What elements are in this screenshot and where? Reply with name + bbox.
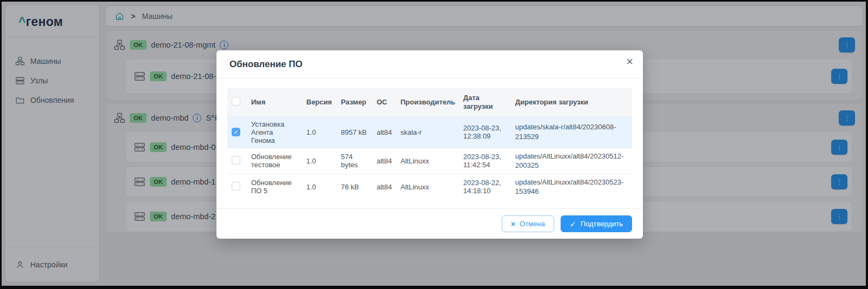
cell-vendor: AltLinuxx	[396, 174, 459, 200]
app-window: ^геном Машины Узлы Обновления	[0, 0, 868, 289]
cell-upload-dir: updates/AltLinuxx/alt84/20230523-153946	[511, 174, 632, 200]
software-update-modal: Обновление ПО × Имя Версия Размер	[216, 50, 643, 239]
col-header-upload-dir: Директория загрузки	[511, 88, 632, 116]
table-header-row: Имя Версия Размер ОС Производитель Дата …	[227, 88, 632, 116]
cell-os: alt84	[372, 148, 396, 174]
cancel-button[interactable]: × Отмена	[502, 215, 554, 232]
cell-os: alt84	[372, 116, 396, 148]
modal-header: Обновление ПО ×	[216, 50, 643, 78]
cell-name: Установка Агента Генома	[247, 116, 302, 148]
cancel-button-label: Отмена	[520, 220, 545, 228]
cell-size: 574 bytes	[337, 148, 372, 174]
modal-title: Обновление ПО	[229, 59, 303, 70]
close-icon[interactable]: ×	[626, 56, 633, 68]
cell-version: 1.0	[302, 116, 337, 148]
cell-upload-dir: updates/skala-r/alt84/20230608-213529	[511, 116, 632, 148]
updates-table: Имя Версия Размер ОС Производитель Дата …	[227, 88, 632, 200]
col-header-vendor: Производитель	[396, 88, 459, 116]
cell-os: alt84	[372, 174, 396, 200]
modal-body: Имя Версия Размер ОС Производитель Дата …	[216, 78, 643, 208]
table-row[interactable]: Обновление ПО 5 1.0 76 kB alt84 AltLinux…	[227, 174, 632, 200]
col-header-version: Версия	[302, 88, 337, 116]
cell-upload-date: 2023-08-23, 11:42:54	[459, 148, 511, 174]
check-icon: ✓	[570, 220, 576, 228]
cell-version: 1.0	[302, 148, 337, 174]
cell-size: 8957 kB	[337, 116, 372, 148]
cell-version: 1.0	[302, 174, 337, 200]
screen: ^геном Машины Узлы Обновления	[2, 2, 866, 286]
col-header-size: Размер	[337, 88, 372, 116]
table-row[interactable]: ✓ Установка Агента Генома 1.0 8957 kB al…	[227, 116, 632, 148]
cell-size: 76 kB	[337, 174, 372, 200]
cell-name: Обновление ПО 5	[247, 174, 302, 200]
confirm-button[interactable]: ✓ Подтвердить	[561, 215, 632, 232]
col-header-upload-date: Дата загрузки	[459, 88, 511, 116]
cross-icon: ×	[511, 220, 515, 228]
modal-footer: × Отмена ✓ Подтвердить	[216, 208, 643, 239]
cell-vendor: AltLinuxx	[396, 148, 459, 174]
cell-name: Обновление тестовое	[247, 148, 302, 174]
row-checkbox[interactable]	[232, 156, 240, 165]
row-checkbox[interactable]	[232, 182, 240, 191]
col-header-name: Имя	[247, 88, 302, 116]
cell-upload-date: 2023-08-22, 14:18:10	[459, 174, 511, 200]
col-header-os: ОС	[372, 88, 396, 116]
row-checkbox[interactable]: ✓	[232, 128, 240, 136]
cell-vendor: skala-r	[396, 116, 459, 148]
table-row[interactable]: Обновление тестовое 1.0 574 bytes alt84 …	[227, 148, 632, 174]
cell-upload-date: 2023-08-23, 12:38:09	[459, 116, 511, 148]
confirm-button-label: Подтвердить	[581, 220, 623, 228]
select-all-checkbox[interactable]	[232, 97, 240, 106]
cell-upload-dir: updates/AltLinuxx/alt84/20230512-200325	[511, 148, 632, 174]
